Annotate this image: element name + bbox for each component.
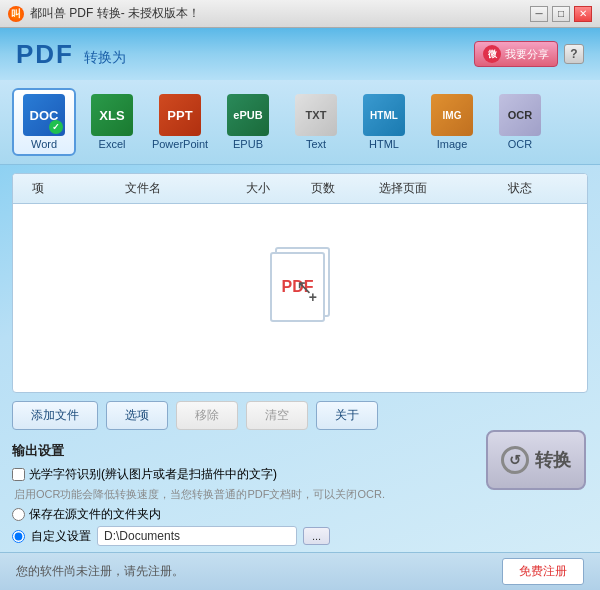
title-bar: 叫 都叫兽 PDF 转换- 未授权版本！ ─ □ ✕	[0, 0, 600, 28]
col-size: 大小	[223, 180, 293, 197]
format-ocr[interactable]: OCR OCR	[488, 88, 552, 156]
window-controls: ─ □ ✕	[530, 6, 592, 22]
format-toolbar: DOC ✓ Word XLS Excel PPT PowerPoint ePUB…	[0, 80, 600, 165]
convert-label: 转换	[535, 448, 571, 472]
file-list-area: 项 文件名 大小 页数 选择页面 状态 PDF ↖ +	[12, 173, 588, 393]
excel-icon: XLS	[91, 94, 133, 136]
pdf-label: PDF	[16, 39, 74, 70]
plus-icon: +	[309, 289, 317, 305]
clear-button[interactable]: 清空	[246, 401, 308, 430]
main-window: PDF 转换为 微 我要分享 ? DOC ✓ Word XLS Excel	[0, 28, 600, 590]
maximize-button[interactable]: □	[552, 6, 570, 22]
image-icon: IMG	[431, 94, 473, 136]
table-header: 项 文件名 大小 页数 选择页面 状态	[13, 174, 587, 204]
radio-source-row: 保存在源文件的文件夹内	[12, 506, 588, 523]
radio-source[interactable]	[12, 508, 25, 521]
minimize-button[interactable]: ─	[530, 6, 548, 22]
ppt-label: PowerPoint	[152, 138, 208, 150]
radio-custom-label[interactable]: 自定义设置	[31, 528, 91, 545]
close-button[interactable]: ✕	[574, 6, 592, 22]
text-icon: TXT	[295, 94, 337, 136]
epub-icon: ePUB	[227, 94, 269, 136]
header: PDF 转换为 微 我要分享 ?	[0, 28, 600, 80]
format-excel[interactable]: XLS Excel	[80, 88, 144, 156]
share-button[interactable]: 微 我要分享	[474, 41, 558, 67]
weibo-icon: 微	[483, 45, 501, 63]
remove-button[interactable]: 移除	[176, 401, 238, 430]
convert-label: 转换为	[84, 49, 126, 67]
share-label: 我要分享	[505, 47, 549, 62]
footer: 您的软件尚未注册，请先注册。 免费注册	[0, 552, 600, 590]
format-html[interactable]: HTML HTML	[352, 88, 416, 156]
about-button[interactable]: 关于	[316, 401, 378, 430]
epub-label: EPUB	[233, 138, 263, 150]
pdf-drop-area[interactable]: PDF ↖ +	[13, 204, 587, 369]
image-label: Image	[437, 138, 468, 150]
col-pages: 页数	[293, 180, 353, 197]
convert-icon: ↺	[501, 446, 529, 474]
help-button[interactable]: ?	[564, 44, 584, 64]
convert-button-wrap: ↺ 转换	[486, 430, 586, 490]
word-icon: DOC ✓	[23, 94, 65, 136]
ocr-label: OCR	[508, 138, 532, 150]
format-ppt[interactable]: PPT PowerPoint	[148, 88, 212, 156]
radio-custom-row: 自定义设置 ...	[12, 526, 588, 546]
excel-label: Excel	[99, 138, 126, 150]
col-xiang: 项	[13, 180, 63, 197]
options-button[interactable]: 选项	[106, 401, 168, 430]
convert-button[interactable]: ↺ 转换	[486, 430, 586, 490]
window-title: 都叫兽 PDF 转换- 未授权版本！	[30, 5, 530, 22]
pdf-placeholder-icon: PDF ↖ +	[265, 247, 335, 327]
word-label: Word	[31, 138, 57, 150]
html-icon: HTML	[363, 94, 405, 136]
radio-source-label[interactable]: 保存在源文件的文件夹内	[29, 506, 161, 523]
text-label: Text	[306, 138, 326, 150]
format-epub[interactable]: ePUB EPUB	[216, 88, 280, 156]
ppt-icon: PPT	[159, 94, 201, 136]
format-text[interactable]: TXT Text	[284, 88, 348, 156]
col-select-page: 选择页面	[353, 180, 453, 197]
ocr-icon: OCR	[499, 94, 541, 136]
custom-path-input[interactable]	[97, 526, 297, 546]
header-right: 微 我要分享 ?	[474, 41, 584, 67]
col-status: 状态	[453, 180, 587, 197]
ocr-checkbox-label[interactable]: 光学字符识别(辨认图片或者是扫描件中的文字)	[29, 466, 277, 483]
action-buttons: 添加文件 选项 移除 清空 关于	[12, 401, 588, 430]
browse-button[interactable]: ...	[303, 527, 330, 545]
format-word[interactable]: DOC ✓ Word	[12, 88, 76, 156]
register-button[interactable]: 免费注册	[502, 558, 584, 585]
app-icon: 叫	[8, 6, 24, 22]
radio-custom[interactable]	[12, 530, 25, 543]
format-image[interactable]: IMG Image	[420, 88, 484, 156]
add-file-button[interactable]: 添加文件	[12, 401, 98, 430]
unregistered-text: 您的软件尚未注册，请先注册。	[16, 563, 184, 580]
col-filename: 文件名	[63, 180, 223, 197]
html-label: HTML	[369, 138, 399, 150]
ocr-checkbox[interactable]	[12, 468, 25, 481]
word-check-badge: ✓	[49, 120, 63, 134]
